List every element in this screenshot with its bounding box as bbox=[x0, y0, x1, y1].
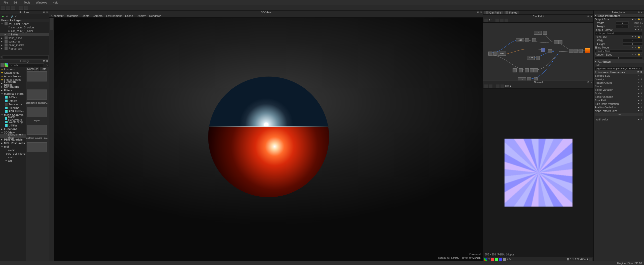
library-thumb[interactable]: bonifacio_aragon_sta... bbox=[27, 125, 47, 141]
graph-node[interactable] bbox=[530, 68, 534, 72]
px-height-input[interactable]: 1 bbox=[623, 42, 643, 46]
dropdown-icon[interactable]: ▾ bbox=[635, 36, 637, 38]
menu-help[interactable]: Help bbox=[50, 1, 61, 5]
explorer-filter-input[interactable] bbox=[3, 55, 49, 59]
link-icon[interactable]: ⇄ bbox=[638, 85, 640, 87]
menu-windows[interactable]: Windows bbox=[33, 1, 50, 5]
graph-node[interactable] bbox=[569, 49, 573, 53]
rgba-icon[interactable] bbox=[484, 258, 487, 261]
tab-car-paint[interactable]: Car Paint bbox=[484, 11, 503, 14]
pin-icon[interactable]: ⊟ bbox=[587, 15, 590, 18]
link-icon[interactable]: ⇄ bbox=[632, 46, 634, 49]
dropdown-icon[interactable]: ▾ bbox=[635, 18, 637, 21]
graph-tool-icon[interactable] bbox=[484, 19, 488, 22]
blue-channel[interactable] bbox=[499, 258, 502, 261]
info-icon[interactable]: i bbox=[507, 258, 508, 261]
graph-node[interactable] bbox=[574, 49, 578, 53]
zoom-icon[interactable] bbox=[500, 19, 504, 22]
green-channel[interactable] bbox=[495, 258, 498, 261]
reset-icon[interactable]: ↺ bbox=[641, 96, 643, 98]
link-icon[interactable]: ⇄ bbox=[638, 118, 640, 121]
close-icon[interactable]: ✕ bbox=[46, 11, 49, 14]
reset-icon[interactable]: ↺ bbox=[637, 71, 640, 73]
color-icon[interactable] bbox=[5, 63, 8, 67]
graph-node[interactable] bbox=[525, 38, 529, 42]
pin-icon[interactable]: ⊟ bbox=[43, 11, 46, 14]
link-icon[interactable]: ⇄ bbox=[638, 96, 640, 98]
clear-icon[interactable]: ✕ bbox=[46, 64, 49, 67]
link-icon[interactable]: ⇄ bbox=[638, 110, 640, 112]
tree-item[interactable]: ▼car_paint_2.sbs* bbox=[0, 22, 49, 26]
graph-canvas[interactable]: 1.5 -0.05 fine -0.25 50 bbox=[483, 23, 593, 80]
refresh-icon[interactable]: ⟳ bbox=[6, 15, 9, 18]
graph-node[interactable]: fine bbox=[498, 52, 506, 56]
info-icon[interactable]: i bbox=[494, 19, 494, 22]
graph-node[interactable] bbox=[543, 31, 547, 35]
library-category[interactable]: ▼nvidia bbox=[0, 148, 26, 152]
alpha-channel[interactable] bbox=[503, 258, 506, 261]
view3d-menu-item[interactable]: Geometry bbox=[51, 14, 63, 17]
width-input[interactable]: 0 bbox=[616, 21, 629, 24]
eyedropper-icon[interactable]: ✎ bbox=[509, 257, 511, 261]
add-icon[interactable]: + bbox=[44, 64, 46, 67]
library-category[interactable]: Weathering bbox=[0, 120, 26, 124]
library-category[interactable]: ★Graph Items bbox=[0, 71, 26, 74]
dropdown-icon[interactable]: ▾ bbox=[638, 29, 640, 31]
reset-icon[interactable]: ↺ bbox=[641, 53, 643, 56]
library-category[interactable]: Effects bbox=[0, 99, 26, 103]
graph-node[interactable] bbox=[534, 68, 538, 72]
tree-item[interactable]: car_paint_3_colors bbox=[0, 26, 49, 29]
link-icon[interactable]: ⇄ bbox=[638, 89, 640, 91]
link-icon[interactable]: ⇄ bbox=[638, 78, 640, 80]
graph-node[interactable]: -0.25 bbox=[527, 56, 535, 60]
library-category[interactable]: Mask Generators bbox=[0, 117, 26, 120]
format-field[interactable]: 8 bits per channel bbox=[595, 32, 643, 35]
link-icon[interactable]: ⇄ bbox=[635, 29, 637, 31]
red-channel[interactable] bbox=[491, 258, 494, 261]
reset-icon[interactable]: ↺ bbox=[641, 118, 643, 121]
seed-field[interactable]: 0 bbox=[595, 57, 643, 60]
reset-icon[interactable]: ↺ bbox=[641, 92, 643, 95]
library-category[interactable]: 1-Click bbox=[0, 96, 26, 99]
props-body[interactable]: ▼Base Parameters Output Size⇄▾🔒↺ Width0I… bbox=[594, 14, 644, 261]
view2d-viewport[interactable]: 256 x 256 (RGBA, 16bpc) bbox=[483, 89, 593, 257]
library-category[interactable]: ▶MDL Resources bbox=[0, 141, 26, 145]
graph-node[interactable] bbox=[525, 68, 529, 72]
col-date[interactable]: Date mo... bbox=[40, 67, 49, 71]
px-width-input[interactable]: 1 bbox=[623, 39, 643, 42]
tree-item[interactable]: ▶flake_base bbox=[0, 36, 49, 40]
col-name[interactable]: Name bbox=[26, 67, 34, 71]
close-icon[interactable]: ✕ bbox=[590, 15, 593, 18]
link-icon[interactable]: ⇄ bbox=[632, 53, 634, 56]
reset-icon[interactable]: ↺ bbox=[641, 74, 643, 77]
toolbar-open-icon[interactable] bbox=[6, 6, 10, 10]
view3d-menu-item[interactable]: Scene bbox=[125, 14, 133, 17]
lock-icon[interactable]: 🔒 bbox=[638, 18, 640, 21]
library-thumb[interactable] bbox=[27, 142, 47, 159]
library-category[interactable]: math bbox=[0, 155, 26, 159]
graph-node[interactable] bbox=[513, 68, 517, 72]
lock-icon[interactable]: 🔒 bbox=[638, 46, 640, 49]
tree-item[interactable]: ▶scratches bbox=[0, 40, 49, 43]
col-url[interactable]: Url bbox=[34, 67, 40, 71]
library-category[interactable]: Utilities bbox=[0, 124, 26, 127]
link-icon[interactable]: 🔗 bbox=[10, 15, 14, 18]
library-thumb[interactable]: abandoned_sanatori... bbox=[27, 90, 47, 106]
view3d-menu-item[interactable]: Lights bbox=[82, 14, 89, 17]
library-category[interactable]: Environment Maps bbox=[0, 134, 26, 138]
tool-icon[interactable] bbox=[496, 84, 499, 88]
reset-icon[interactable]: ↺ bbox=[641, 106, 643, 109]
toolbar-redo-icon[interactable] bbox=[24, 6, 28, 10]
section-base-parameters[interactable]: ▼Base Parameters bbox=[594, 14, 644, 18]
graph-node[interactable] bbox=[548, 49, 552, 53]
library-thumb[interactable] bbox=[27, 71, 47, 88]
close-icon[interactable]: ✕ bbox=[480, 11, 483, 14]
gear-icon[interactable]: ⚙ bbox=[640, 71, 643, 73]
section-attributes[interactable]: ▼Attributes bbox=[594, 60, 644, 63]
tool-icon[interactable] bbox=[484, 84, 488, 88]
graph-node[interactable] bbox=[554, 40, 558, 44]
tool-icon[interactable] bbox=[489, 84, 492, 88]
filter-icon[interactable]: ≡ bbox=[1, 56, 2, 59]
close-icon[interactable]: ✕ bbox=[641, 11, 643, 14]
lock-icon[interactable]: 🔒 bbox=[638, 36, 640, 38]
